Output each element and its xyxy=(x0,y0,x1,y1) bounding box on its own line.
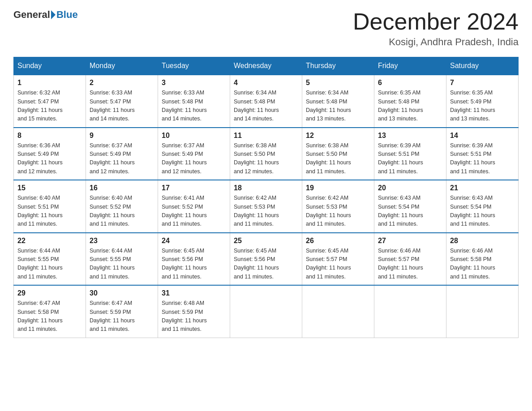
calendar-week-5: 29Sunrise: 6:47 AMSunset: 5:58 PMDayligh… xyxy=(14,285,519,338)
day-info: Sunrise: 6:47 AMSunset: 5:59 PMDaylight:… xyxy=(90,299,154,334)
col-tuesday: Tuesday xyxy=(158,57,230,75)
empty-cell xyxy=(374,285,446,338)
day-info: Sunrise: 6:42 AMSunset: 5:53 PMDaylight:… xyxy=(234,194,298,229)
day-number: 25 xyxy=(234,237,298,245)
calendar-day-1: 1Sunrise: 6:32 AMSunset: 5:47 PMDaylight… xyxy=(14,75,86,128)
calendar-day-12: 12Sunrise: 6:38 AMSunset: 5:50 PMDayligh… xyxy=(302,128,374,180)
day-info: Sunrise: 6:40 AMSunset: 5:52 PMDaylight:… xyxy=(90,194,154,229)
day-info: Sunrise: 6:43 AMSunset: 5:54 PMDaylight:… xyxy=(378,194,442,229)
calendar-day-15: 15Sunrise: 6:40 AMSunset: 5:51 PMDayligh… xyxy=(14,180,86,233)
day-info: Sunrise: 6:37 AMSunset: 5:49 PMDaylight:… xyxy=(162,141,226,176)
day-number: 6 xyxy=(378,79,442,87)
calendar-week-4: 22Sunrise: 6:44 AMSunset: 5:55 PMDayligh… xyxy=(14,233,519,286)
calendar-day-10: 10Sunrise: 6:37 AMSunset: 5:49 PMDayligh… xyxy=(158,128,230,180)
day-number: 4 xyxy=(234,79,298,87)
calendar-day-20: 20Sunrise: 6:43 AMSunset: 5:54 PMDayligh… xyxy=(374,180,446,233)
day-info: Sunrise: 6:46 AMSunset: 5:57 PMDaylight:… xyxy=(378,247,442,282)
calendar-day-23: 23Sunrise: 6:44 AMSunset: 5:55 PMDayligh… xyxy=(86,233,158,286)
empty-cell xyxy=(230,285,302,338)
day-number: 28 xyxy=(450,237,515,245)
day-info: Sunrise: 6:38 AMSunset: 5:50 PMDaylight:… xyxy=(234,141,298,176)
calendar-day-18: 18Sunrise: 6:42 AMSunset: 5:53 PMDayligh… xyxy=(230,180,302,233)
calendar-day-7: 7Sunrise: 6:35 AMSunset: 5:49 PMDaylight… xyxy=(446,75,519,128)
calendar-day-26: 26Sunrise: 6:45 AMSunset: 5:57 PMDayligh… xyxy=(302,233,374,286)
day-info: Sunrise: 6:34 AMSunset: 5:48 PMDaylight:… xyxy=(306,89,370,124)
day-number: 27 xyxy=(378,237,442,245)
day-info: Sunrise: 6:39 AMSunset: 5:51 PMDaylight:… xyxy=(450,141,515,176)
day-info: Sunrise: 6:45 AMSunset: 5:57 PMDaylight:… xyxy=(306,247,370,282)
col-wednesday: Wednesday xyxy=(230,57,302,75)
day-info: Sunrise: 6:37 AMSunset: 5:49 PMDaylight:… xyxy=(90,141,154,176)
day-number: 22 xyxy=(17,237,82,245)
calendar-day-9: 9Sunrise: 6:37 AMSunset: 5:49 PMDaylight… xyxy=(86,128,158,180)
day-info: Sunrise: 6:47 AMSunset: 5:58 PMDaylight:… xyxy=(17,299,82,334)
day-number: 12 xyxy=(306,132,370,140)
day-number: 24 xyxy=(162,237,226,245)
day-number: 19 xyxy=(306,184,370,192)
calendar-day-5: 5Sunrise: 6:34 AMSunset: 5:48 PMDaylight… xyxy=(302,75,374,128)
day-info: Sunrise: 6:43 AMSunset: 5:54 PMDaylight:… xyxy=(450,194,515,229)
day-number: 26 xyxy=(306,237,370,245)
calendar-day-13: 13Sunrise: 6:39 AMSunset: 5:51 PMDayligh… xyxy=(374,128,446,180)
col-monday: Monday xyxy=(86,57,158,75)
calendar-day-25: 25Sunrise: 6:45 AMSunset: 5:56 PMDayligh… xyxy=(230,233,302,286)
calendar-day-29: 29Sunrise: 6:47 AMSunset: 5:58 PMDayligh… xyxy=(14,285,86,338)
calendar-day-19: 19Sunrise: 6:42 AMSunset: 5:53 PMDayligh… xyxy=(302,180,374,233)
day-number: 15 xyxy=(17,184,82,192)
col-saturday: Saturday xyxy=(446,57,519,75)
logo: General Blue xyxy=(13,9,78,23)
day-number: 29 xyxy=(17,289,82,297)
day-info: Sunrise: 6:45 AMSunset: 5:56 PMDaylight:… xyxy=(234,247,298,282)
empty-cell xyxy=(446,285,519,338)
calendar-day-28: 28Sunrise: 6:46 AMSunset: 5:58 PMDayligh… xyxy=(446,233,519,286)
day-number: 11 xyxy=(234,132,298,140)
calendar-day-3: 3Sunrise: 6:33 AMSunset: 5:48 PMDaylight… xyxy=(158,75,230,128)
day-number: 9 xyxy=(90,132,154,140)
calendar-day-24: 24Sunrise: 6:45 AMSunset: 5:56 PMDayligh… xyxy=(158,233,230,286)
calendar-day-21: 21Sunrise: 6:43 AMSunset: 5:54 PMDayligh… xyxy=(446,180,519,233)
calendar-week-1: 1Sunrise: 6:32 AMSunset: 5:47 PMDaylight… xyxy=(14,75,519,128)
day-number: 8 xyxy=(17,132,82,140)
day-number: 18 xyxy=(234,184,298,192)
day-number: 13 xyxy=(378,132,442,140)
day-number: 14 xyxy=(450,132,515,140)
logo-arrow-icon xyxy=(51,10,56,19)
calendar-day-27: 27Sunrise: 6:46 AMSunset: 5:57 PMDayligh… xyxy=(374,233,446,286)
day-number: 10 xyxy=(162,132,226,140)
day-info: Sunrise: 6:38 AMSunset: 5:50 PMDaylight:… xyxy=(306,141,370,176)
day-info: Sunrise: 6:42 AMSunset: 5:53 PMDaylight:… xyxy=(306,194,370,229)
day-number: 1 xyxy=(17,79,82,87)
day-number: 2 xyxy=(90,79,154,87)
location-text: Kosigi, Andhra Pradesh, India xyxy=(353,36,519,48)
day-info: Sunrise: 6:33 AMSunset: 5:47 PMDaylight:… xyxy=(90,89,154,124)
calendar-day-17: 17Sunrise: 6:41 AMSunset: 5:52 PMDayligh… xyxy=(158,180,230,233)
day-number: 17 xyxy=(162,184,226,192)
calendar-day-11: 11Sunrise: 6:38 AMSunset: 5:50 PMDayligh… xyxy=(230,128,302,180)
day-info: Sunrise: 6:46 AMSunset: 5:58 PMDaylight:… xyxy=(450,247,515,282)
day-info: Sunrise: 6:32 AMSunset: 5:47 PMDaylight:… xyxy=(17,89,82,124)
day-info: Sunrise: 6:35 AMSunset: 5:49 PMDaylight:… xyxy=(450,89,515,124)
col-sunday: Sunday xyxy=(14,57,86,75)
day-info: Sunrise: 6:48 AMSunset: 5:59 PMDaylight:… xyxy=(162,299,226,334)
day-info: Sunrise: 6:33 AMSunset: 5:48 PMDaylight:… xyxy=(162,89,226,124)
day-number: 5 xyxy=(306,79,370,87)
day-number: 23 xyxy=(90,237,154,245)
day-info: Sunrise: 6:45 AMSunset: 5:56 PMDaylight:… xyxy=(162,247,226,282)
calendar-day-6: 6Sunrise: 6:35 AMSunset: 5:48 PMDaylight… xyxy=(374,75,446,128)
calendar-day-16: 16Sunrise: 6:40 AMSunset: 5:52 PMDayligh… xyxy=(86,180,158,233)
logo-general-text: General xyxy=(13,9,50,21)
col-thursday: Thursday xyxy=(302,57,374,75)
col-friday: Friday xyxy=(374,57,446,75)
day-info: Sunrise: 6:34 AMSunset: 5:48 PMDaylight:… xyxy=(234,89,298,124)
calendar-day-4: 4Sunrise: 6:34 AMSunset: 5:48 PMDaylight… xyxy=(230,75,302,128)
calendar-day-22: 22Sunrise: 6:44 AMSunset: 5:55 PMDayligh… xyxy=(14,233,86,286)
title-section: December 2024 Kosigi, Andhra Pradesh, In… xyxy=(353,9,519,48)
day-number: 20 xyxy=(378,184,442,192)
calendar-day-8: 8Sunrise: 6:36 AMSunset: 5:49 PMDaylight… xyxy=(14,128,86,180)
calendar-day-31: 31Sunrise: 6:48 AMSunset: 5:59 PMDayligh… xyxy=(158,285,230,338)
month-title: December 2024 xyxy=(353,9,519,34)
logo-blue-text: Blue xyxy=(56,9,78,21)
day-number: 30 xyxy=(90,289,154,297)
day-number: 21 xyxy=(450,184,515,192)
calendar-table: Sunday Monday Tuesday Wednesday Thursday… xyxy=(13,57,519,338)
